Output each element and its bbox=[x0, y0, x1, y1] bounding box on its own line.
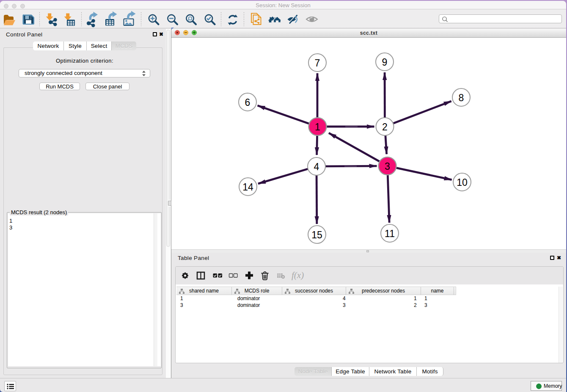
svg-text:8: 8 bbox=[459, 92, 464, 103]
svg-text:2: 2 bbox=[382, 121, 388, 133]
svg-text:f(x): f(x) bbox=[292, 270, 304, 280]
svg-text:7: 7 bbox=[315, 58, 320, 69]
svg-text:1: 1 bbox=[315, 121, 320, 133]
svg-text:14: 14 bbox=[242, 182, 253, 193]
svg-text:11: 11 bbox=[385, 228, 395, 239]
svg-text:9: 9 bbox=[382, 57, 388, 68]
svg-text:15: 15 bbox=[311, 229, 322, 240]
svg-text:6: 6 bbox=[245, 97, 250, 108]
svg-text:3: 3 bbox=[385, 161, 390, 172]
svg-text:10: 10 bbox=[457, 177, 468, 188]
svg-text:4: 4 bbox=[314, 161, 319, 172]
